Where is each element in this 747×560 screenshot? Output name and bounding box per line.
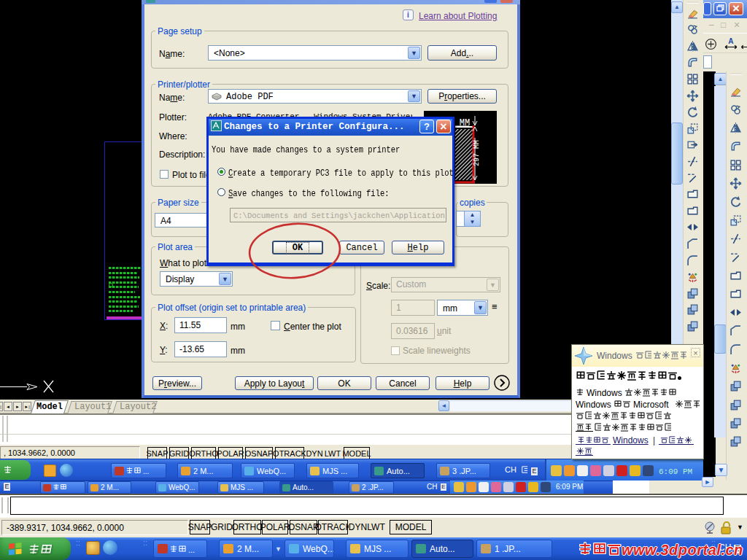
- svg-text:297 MM: 297 MM: [473, 140, 481, 166]
- svg-text:A: A: [728, 37, 734, 45]
